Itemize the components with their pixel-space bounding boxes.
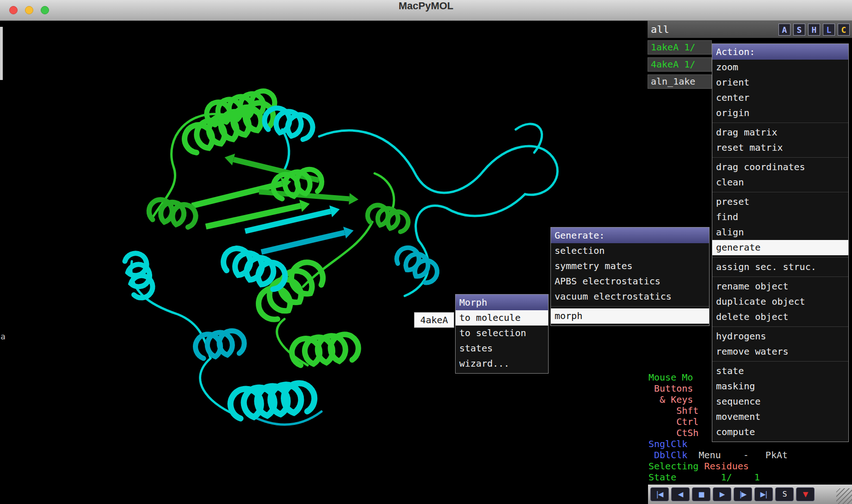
- macpymol-window: MacPyMOL a all ASHLC 1akeA 1/4akeA 1/aln…: [0, 0, 852, 504]
- mouse-panel-line: DblClk Menu - PkAt: [648, 449, 788, 461]
- menu-item-generate[interactable]: generate: [712, 240, 848, 255]
- sidebar-header: all ASHLC: [648, 21, 852, 38]
- menu-item-movement[interactable]: movement: [712, 409, 848, 424]
- ribbon-sheet-arrowhead: [329, 205, 340, 217]
- ribbon-sheet-arrowhead: [349, 193, 358, 205]
- ribbon-helix: [229, 382, 316, 419]
- menu-item-duplicate-object[interactable]: duplicate object: [712, 294, 848, 309]
- menu-title-action: Action:: [712, 44, 848, 60]
- mouse-panel-text: Selecting: [648, 461, 704, 472]
- play-button[interactable]: ▶: [713, 487, 731, 501]
- menu-separator: [712, 325, 848, 329]
- menu-item-assign-sec-struc[interactable]: assign sec. struc.: [712, 259, 848, 275]
- header-button-a[interactable]: A: [778, 24, 790, 36]
- mouse-panel-text: Menu - PkAt: [687, 449, 788, 461]
- menu-separator: [551, 304, 709, 308]
- mouse-panel-text: Mouse Mo: [648, 372, 693, 383]
- menu-item-symmetry-mates[interactable]: symmetry mates: [551, 258, 709, 274]
- command-line[interactable]: PyMOL>_: [0, 485, 648, 504]
- header-button-c[interactable]: C: [838, 24, 850, 36]
- movie-menu-button[interactable]: ▼: [796, 487, 815, 501]
- object-row-aln-1ake[interactable]: aln_1ake: [648, 74, 712, 89]
- object-row-4akea[interactable]: 4akeA 1/: [648, 57, 712, 72]
- menu-item-orient[interactable]: orient: [712, 75, 848, 90]
- header-button-s[interactable]: S: [793, 24, 805, 36]
- ribbon-loop: [483, 146, 557, 195]
- ribbon-loop: [319, 130, 483, 193]
- mouse-panel-text: Buttons: [648, 383, 693, 394]
- menu-separator: [712, 155, 848, 160]
- background-window-text: a: [0, 332, 6, 341]
- menu-item-clean[interactable]: clean: [712, 175, 848, 190]
- sidebar-all-label[interactable]: all: [648, 24, 778, 35]
- menu-item-compute[interactable]: compute: [712, 424, 848, 440]
- step-back-button[interactable]: ◀: [671, 487, 690, 501]
- step-forward-button[interactable]: |▶: [734, 487, 752, 501]
- stop-button[interactable]: ■: [692, 487, 710, 501]
- object-row-1akea[interactable]: 1akeA 1/: [648, 40, 712, 55]
- mouse-panel-text: State 1/ 1: [648, 472, 760, 483]
- fast-forward-button[interactable]: ▶|: [754, 487, 773, 501]
- menu-title-morph: Morph: [456, 295, 548, 310]
- mouse-panel-line: Selecting Residues: [648, 461, 788, 472]
- window-title: MacPyMOL: [0, 0, 852, 12]
- bottom-bar: PyMOL>_ |◀◀■▶|▶▶|S▼: [0, 485, 852, 504]
- background-window-edge: [0, 27, 3, 80]
- menu-separator: [712, 255, 848, 259]
- menu-separator: [712, 359, 848, 363]
- sidebar-header-buttons: ASHLC: [778, 24, 852, 36]
- mouse-panel-text: CtSh: [648, 427, 698, 438]
- menu-item-origin[interactable]: origin: [712, 105, 848, 121]
- menu-item-morph[interactable]: morph: [551, 308, 709, 324]
- ribbon-helix: [194, 329, 246, 359]
- menu-item-wizard[interactable]: wizard...: [456, 356, 548, 371]
- menu-item-to-molecule[interactable]: to molecule: [456, 310, 548, 326]
- generate-menu: Generate:selectionsymmetry matesAPBS ele…: [550, 227, 710, 326]
- mouse-panel-text: SnglClk: [648, 438, 687, 449]
- menu-item-sequence[interactable]: sequence: [712, 394, 848, 409]
- titlebar: MacPyMOL: [0, 0, 852, 21]
- menu-item-remove-waters[interactable]: remove waters: [712, 344, 848, 359]
- ribbon-helix: [365, 203, 411, 234]
- playback-controls: |◀◀■▶|▶▶|S▼: [648, 485, 852, 504]
- header-button-l[interactable]: L: [823, 24, 835, 36]
- rewind-button[interactable]: |◀: [650, 487, 669, 501]
- menu-item-find[interactable]: find: [712, 209, 848, 225]
- menu-item-rename-object[interactable]: rename object: [712, 279, 848, 294]
- menu-separator: [712, 190, 848, 194]
- viewport-area: a all ASHLC 1akeA 1/4akeA 1/aln_1ake Mou…: [0, 21, 852, 485]
- morph-menu: Morphto moleculeto selectionstateswizard…: [455, 294, 549, 374]
- mouse-panel-text: Residues: [704, 461, 748, 472]
- ribbon-sheet-arrowhead: [299, 200, 309, 212]
- mouse-panel-text: & Keys: [648, 394, 693, 405]
- menu-title-generate: Generate:: [551, 227, 709, 243]
- menu-item-selection[interactable]: selection: [551, 243, 709, 258]
- menu-item-zoom[interactable]: zoom: [712, 60, 848, 75]
- header-button-h[interactable]: H: [808, 24, 820, 36]
- menu-item-hydrogens[interactable]: hydrogens: [712, 329, 848, 344]
- menu-item-state[interactable]: state: [712, 363, 848, 379]
- menu-item-masking[interactable]: masking: [712, 379, 848, 394]
- menu-item-to-selection[interactable]: to selection: [456, 326, 548, 341]
- mouse-panel-line: State 1/ 1: [648, 472, 788, 483]
- mouse-panel-text: DblClk: [648, 449, 687, 461]
- menu-item-align[interactable]: align: [712, 225, 848, 240]
- menu-item-center[interactable]: center: [712, 90, 848, 105]
- scene-button[interactable]: S: [775, 487, 794, 501]
- menu-item-drag-coordinates[interactable]: drag coordinates: [712, 160, 848, 175]
- ribbon-helix: [393, 243, 441, 286]
- menu-item-delete-object[interactable]: delete object: [712, 309, 848, 325]
- ribbon-sheet: [261, 233, 345, 252]
- ribbon-helix: [220, 245, 289, 292]
- menu-item-preset[interactable]: preset: [712, 194, 848, 209]
- menu-item-vacuum-electrostatics[interactable]: vacuum electrostatics: [551, 289, 709, 304]
- mouse-panel-text: Shft: [648, 405, 698, 416]
- resize-grip[interactable]: [836, 488, 852, 504]
- menu-item-apbs-electrostatics[interactable]: APBS electrostatics: [551, 274, 709, 289]
- menu-item-drag-matrix[interactable]: drag matrix: [712, 125, 848, 140]
- menu-separator: [712, 275, 848, 279]
- menu-item-reset-matrix[interactable]: reset matrix: [712, 140, 848, 155]
- ribbon-sheet-arrowhead: [225, 154, 235, 165]
- menu-item-states[interactable]: states: [456, 341, 548, 356]
- mouse-panel-text: Ctrl: [648, 416, 698, 427]
